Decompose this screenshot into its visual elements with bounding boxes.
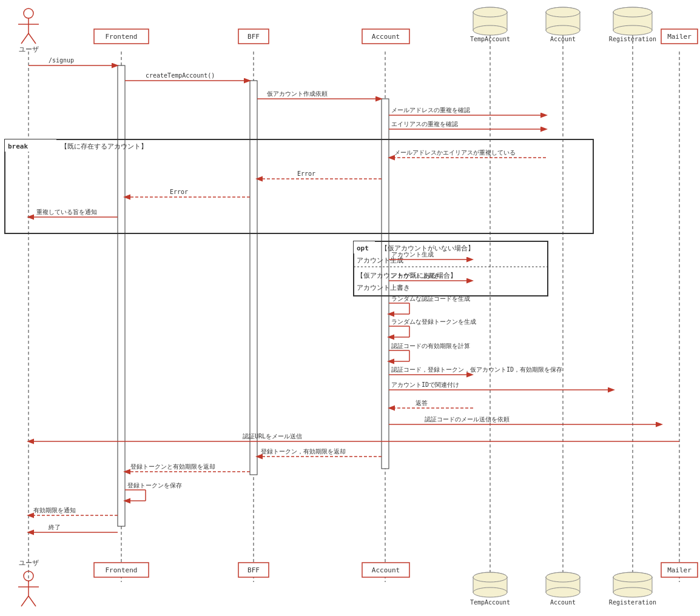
svg-point-79 <box>473 588 507 597</box>
msg-calc-expiry: 認証コードの有効期限を計算 <box>391 343 470 349</box>
msg-save-data: 認証コード，登録トークン，仮アカウントID，有効期限を保存 <box>391 366 562 373</box>
svg-point-87 <box>613 588 652 597</box>
msg-createTempAccount: createTempAccount() <box>146 72 215 79</box>
account-db-label-bottom: Account <box>550 599 576 606</box>
svg-point-84 <box>546 572 580 582</box>
svg-point-88 <box>613 572 652 582</box>
account-svc-label-bottom: Account <box>372 566 400 574</box>
svg-point-8 <box>24 8 33 18</box>
registration-label-top: Registeration <box>609 36 656 42</box>
registration-label-bottom: Registeration <box>609 599 656 606</box>
mailer-label-bottom: Mailer <box>667 566 692 574</box>
svg-line-12 <box>29 33 36 44</box>
svg-point-23 <box>546 7 580 17</box>
break-condition: 【既に存在するアカウント】 <box>61 142 147 150</box>
msg-email-check: メールアドレスの重複を確認 <box>391 107 470 113</box>
msg-gen-reg-token: ランダムな登録トークンを生成 <box>391 318 476 325</box>
msg-alias-check: エイリアスの重複を確認 <box>391 121 458 127</box>
msg-temp-account-create: 仮アカウント作成依頼 <box>267 90 328 97</box>
bff-label-bottom: BFF <box>247 566 260 574</box>
svg-point-22 <box>546 25 580 35</box>
opt-label: opt <box>357 244 369 252</box>
sequence-diagram: ユーザ Frontend BFF Account TempAccount Acc… <box>0 0 700 616</box>
msg-error1: Error <box>297 170 315 177</box>
svg-point-83 <box>546 588 580 597</box>
msg-return-token2: 登録トークンと有効期限を返却 <box>130 463 215 470</box>
svg-point-27 <box>613 7 652 17</box>
user-label-bottom: ユーザ <box>19 559 39 567</box>
msg-save-token: 登録トークンを保存 <box>127 482 182 489</box>
svg-rect-29 <box>118 65 125 526</box>
msg-return-token1: 登録トークン，有効期限を返却 <box>261 448 346 455</box>
frontend-label-top: Frontend <box>106 33 138 41</box>
msg-account-create: アカウント生成 <box>391 251 434 258</box>
msg-return: 返答 <box>416 400 428 406</box>
break-label: break <box>8 142 28 150</box>
msg-end: 終了 <box>48 524 61 531</box>
opt-action2: アカウント上書き <box>357 284 410 292</box>
msg-signup: /signup <box>49 57 74 64</box>
svg-point-26 <box>613 25 652 35</box>
account-db-label-top: Account <box>550 36 576 42</box>
msg-gen-auth-code: ランダムな認証コードを生成 <box>391 295 470 302</box>
svg-point-80 <box>473 572 507 582</box>
msg-mail-request: 認証コードのメール送信を依頼 <box>425 416 510 423</box>
temp-account-label-bottom: TempAccount <box>470 599 510 606</box>
frontend-label-bottom: Frontend <box>106 566 138 574</box>
account-svc-label-top: Account <box>372 33 400 41</box>
msg-duplicate: メールアドレスかエイリアスが重複している <box>394 149 516 156</box>
temp-account-label-top: TempAccount <box>470 36 510 42</box>
msg-expiry-notify: 有効期限を通知 <box>33 507 76 514</box>
bff-label-top: BFF <box>247 33 260 41</box>
msg-dup-notify: 重複している旨を通知 <box>36 209 97 215</box>
user-label-top: ユーザ <box>19 45 39 53</box>
msg-associate: アカウントIDで関連付け <box>391 381 459 388</box>
svg-line-72 <box>21 596 29 606</box>
msg-mail-send: 認証URLをメール送信 <box>243 433 302 440</box>
svg-point-19 <box>473 7 507 17</box>
svg-line-11 <box>21 33 29 44</box>
svg-line-73 <box>29 596 36 606</box>
svg-point-18 <box>473 25 507 35</box>
mailer-label-top: Mailer <box>667 33 692 41</box>
msg-error2: Error <box>170 189 188 195</box>
diagram-svg: ユーザ Frontend BFF Account TempAccount Acc… <box>0 0 700 616</box>
msg-account-overwrite: アカウント上書き <box>391 272 440 279</box>
